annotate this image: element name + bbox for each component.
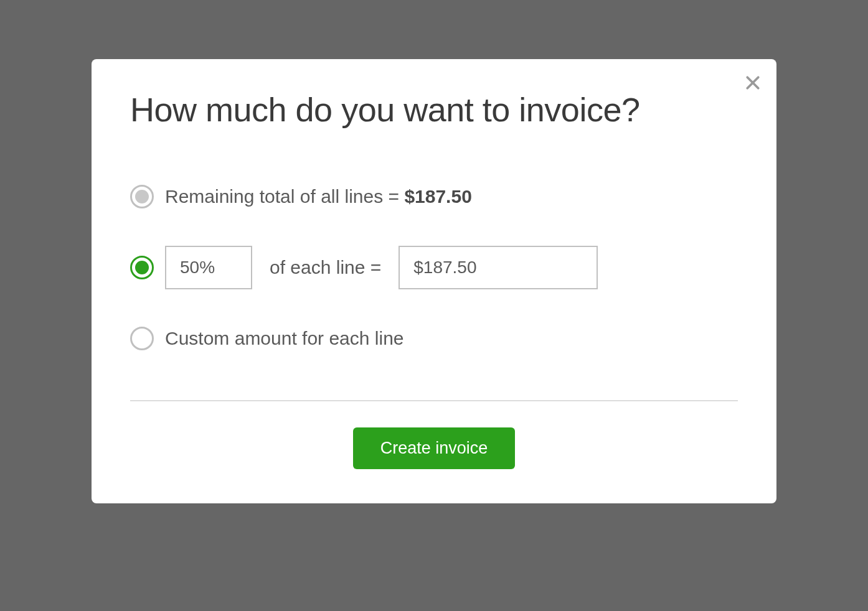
modal-footer: Create invoice [130, 427, 738, 469]
remaining-amount: $187.50 [404, 186, 471, 207]
invoice-amount-modal: How much do you want to invoice? Remaini… [92, 59, 776, 503]
option-remaining-label: Remaining total of all lines = $187.50 [165, 186, 472, 207]
remaining-label-prefix: Remaining total of all lines = [165, 186, 404, 207]
create-invoice-button[interactable]: Create invoice [353, 427, 516, 469]
modal-title: How much do you want to invoice? [130, 90, 738, 129]
close-icon [743, 73, 762, 92]
percent-mid-label: of each line = [270, 257, 381, 278]
radio-remaining-total[interactable] [130, 185, 154, 208]
option-remaining-total[interactable]: Remaining total of all lines = $187.50 [130, 185, 738, 208]
option-percent-of-line[interactable]: of each line = [130, 246, 738, 289]
radio-percent-of-line[interactable] [130, 256, 154, 279]
option-custom-amount[interactable]: Custom amount for each line [130, 327, 738, 350]
radio-custom-amount[interactable] [130, 327, 154, 350]
option-custom-label: Custom amount for each line [165, 328, 404, 349]
percent-input[interactable] [165, 246, 252, 289]
divider [130, 400, 738, 401]
invoice-options: Remaining total of all lines = $187.50 o… [130, 185, 738, 350]
close-button[interactable] [740, 70, 765, 95]
amount-input[interactable] [399, 246, 598, 289]
